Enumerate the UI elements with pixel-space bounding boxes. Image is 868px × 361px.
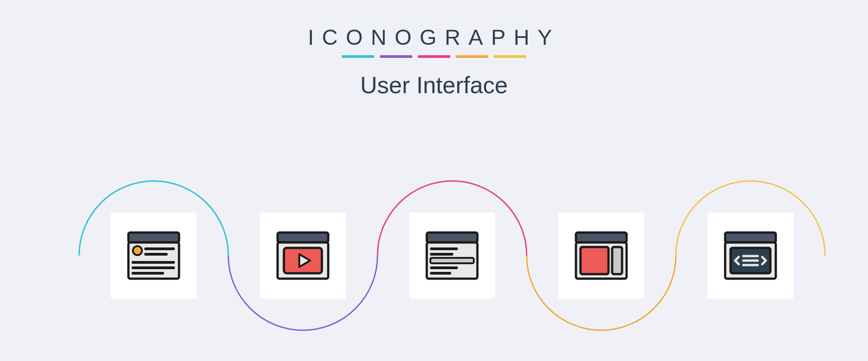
- code-window-icon: [723, 231, 778, 280]
- brand-title: ICONOGRAPHY: [0, 25, 868, 50]
- icon-stage: [0, 149, 868, 339]
- blog-window-icon: [127, 231, 181, 280]
- svg-point-5: [133, 246, 142, 255]
- underline-seg-5: [494, 55, 526, 58]
- svg-point-30: [579, 236, 582, 239]
- svg-rect-18: [427, 233, 477, 242]
- video-player-icon: [276, 231, 330, 280]
- icon-card-3: [409, 213, 495, 299]
- subtitle: User Interface: [0, 71, 868, 99]
- svg-rect-28: [576, 233, 627, 242]
- svg-point-15: [290, 236, 292, 239]
- text-editor-icon: [425, 231, 479, 280]
- icon-card-2: [260, 213, 346, 299]
- svg-point-39: [737, 236, 740, 239]
- underline-seg-3: [418, 55, 450, 58]
- icon-card-1: [111, 213, 197, 299]
- svg-point-20: [430, 236, 433, 239]
- underline-seg-2: [380, 55, 412, 58]
- svg-rect-33: [580, 247, 609, 274]
- icon-card-5: [708, 213, 793, 299]
- underline-seg-4: [456, 55, 488, 58]
- svg-point-14: [285, 236, 288, 239]
- svg-point-37: [728, 236, 731, 239]
- svg-point-4: [141, 236, 143, 239]
- header: ICONOGRAPHY User Interface: [0, 0, 868, 99]
- svg-point-38: [733, 236, 736, 239]
- svg-rect-0: [128, 233, 179, 242]
- icon-card-4: [558, 213, 644, 299]
- underline-bar: [0, 55, 868, 58]
- svg-rect-34: [612, 247, 622, 274]
- svg-point-21: [434, 236, 437, 239]
- svg-point-3: [136, 236, 139, 239]
- sidebar-layout-icon: [574, 231, 628, 280]
- svg-point-32: [588, 236, 591, 239]
- svg-point-31: [584, 236, 586, 239]
- svg-rect-25: [430, 258, 474, 263]
- svg-rect-35: [725, 233, 776, 242]
- svg-point-2: [132, 236, 134, 239]
- svg-rect-11: [278, 233, 328, 242]
- underline-seg-1: [342, 55, 374, 58]
- svg-point-22: [439, 236, 442, 239]
- svg-point-13: [281, 236, 283, 239]
